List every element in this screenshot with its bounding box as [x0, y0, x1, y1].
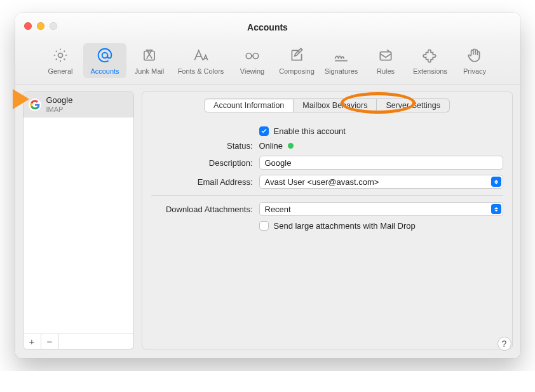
tab-extensions[interactable]: Extensions — [409, 43, 452, 78]
tab-label: General — [48, 67, 72, 76]
add-account-button[interactable]: + — [24, 334, 41, 349]
status-label: Status: — [151, 141, 259, 151]
fonts-icon — [193, 47, 209, 65]
tab-label: Viewing — [240, 67, 264, 76]
divider — [151, 195, 503, 196]
account-name: Google — [46, 96, 73, 105]
minimize-window-button[interactable] — [37, 22, 44, 30]
tab-junk-mail[interactable]: Junk Mail — [128, 43, 171, 78]
download-attachments-value: Recent — [265, 205, 291, 214]
tab-label: Composing — [279, 67, 315, 76]
accounts-preferences-window: Accounts General Accounts Junk Mail Font… — [15, 13, 520, 358]
enable-account-checkbox[interactable] — [259, 126, 269, 136]
hand-icon — [466, 47, 483, 65]
tab-rules[interactable]: Rules — [364, 43, 407, 78]
tab-label: Accounts — [90, 67, 119, 76]
email-address-value: Avast User <user@avast.com> — [265, 177, 379, 187]
mail-drop-label: Send large attachments with Mail Drop — [274, 221, 416, 231]
tab-general[interactable]: General — [39, 43, 82, 78]
tab-viewing[interactable]: Viewing — [231, 43, 274, 78]
puzzle-icon — [422, 47, 438, 65]
mail-drop-checkbox[interactable] — [259, 221, 269, 231]
svg-rect-2 — [144, 51, 154, 60]
enable-account-label: Enable this account — [274, 126, 346, 136]
account-type: IMAP — [46, 105, 73, 114]
email-address-popup[interactable]: Avast User <user@avast.com> — [259, 175, 503, 189]
signature-icon — [333, 47, 349, 65]
junk-icon — [141, 47, 158, 65]
svg-rect-5 — [380, 52, 391, 60]
svg-point-1 — [102, 53, 108, 58]
gear-icon — [52, 47, 69, 65]
account-row-google[interactable]: Google IMAP — [24, 92, 133, 118]
accounts-sidebar: Google IMAP + − — [23, 91, 134, 349]
tab-privacy[interactable]: Privacy — [453, 43, 496, 78]
add-remove-bar: + − — [24, 334, 133, 349]
tab-accounts[interactable]: Accounts — [83, 43, 126, 78]
window-controls — [24, 22, 57, 30]
account-detail-panel: Account Information Mailbox Behaviors Se… — [142, 91, 513, 349]
email-label: Email Address: — [151, 177, 259, 187]
rules-icon — [377, 47, 394, 65]
form-rows: Enable this account Status: Online Descr… — [151, 124, 503, 233]
description-label: Description: — [151, 158, 259, 168]
status-online-icon — [288, 143, 294, 149]
content-area: Google IMAP + − Account Information Mail… — [15, 85, 520, 358]
zoom-window-button[interactable] — [50, 22, 57, 30]
google-icon — [29, 98, 41, 111]
tab-account-information[interactable]: Account Information — [204, 98, 294, 112]
download-label: Download Attachments: — [151, 205, 259, 214]
svg-point-0 — [58, 53, 63, 58]
tab-label: Extensions — [413, 67, 447, 76]
glasses-icon — [244, 47, 261, 65]
tab-mailbox-behaviors[interactable]: Mailbox Behaviors — [294, 98, 377, 112]
svg-point-3 — [246, 53, 252, 59]
tab-label: Privacy — [463, 67, 486, 76]
preferences-toolbar: General Accounts Junk Mail Fonts & Color… — [15, 42, 520, 85]
tab-label: Signatures — [325, 67, 358, 76]
description-input[interactable] — [259, 156, 503, 170]
tab-label: Rules — [377, 67, 395, 76]
compose-icon — [288, 47, 305, 65]
window-title: Accounts — [247, 22, 288, 32]
tab-label: Junk Mail — [135, 67, 164, 76]
chevron-updown-icon — [491, 204, 501, 214]
detail-tabs: Account Information Mailbox Behaviors Se… — [151, 98, 503, 112]
tab-composing[interactable]: Composing — [275, 43, 318, 78]
accounts-list: Google IMAP — [24, 92, 133, 334]
tab-server-settings[interactable]: Server Settings — [377, 98, 449, 112]
tab-fonts-colors[interactable]: Fonts & Colors — [172, 43, 229, 78]
tab-label: Fonts & Colors — [178, 67, 224, 76]
tab-signatures[interactable]: Signatures — [320, 43, 363, 78]
titlebar: Accounts — [15, 13, 520, 42]
help-button[interactable]: ? — [498, 337, 511, 351]
status-value: Online — [259, 141, 283, 151]
svg-point-4 — [253, 53, 259, 59]
chevron-updown-icon — [491, 177, 501, 187]
download-attachments-popup[interactable]: Recent — [259, 202, 503, 216]
remove-account-button[interactable]: − — [41, 334, 59, 349]
close-window-button[interactable] — [24, 22, 32, 30]
at-sign-icon — [97, 47, 113, 65]
